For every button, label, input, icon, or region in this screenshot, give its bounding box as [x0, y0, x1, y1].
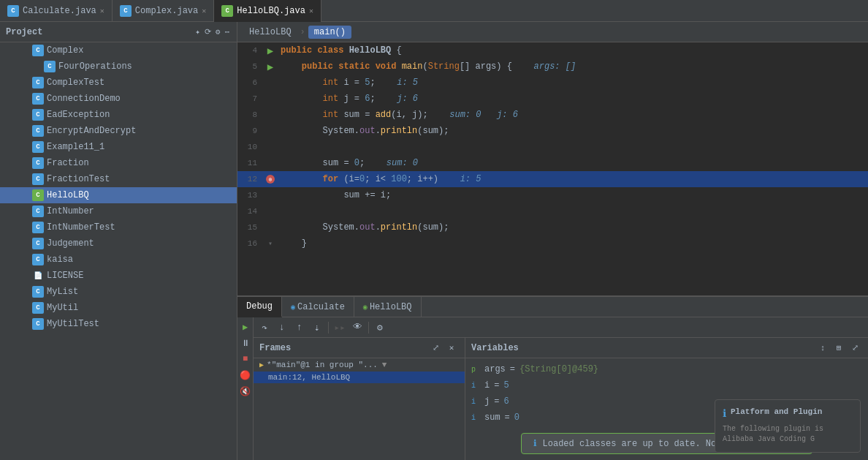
sidebar-label-kaisa: kaisa — [47, 254, 73, 265]
debug-tabs: Debug ◉ Calculate ◉ HelloLBQ — [237, 297, 868, 317]
step-over-button[interactable]: ↷ — [256, 320, 273, 336]
thread-row[interactable]: ▶ *"main"@1 in group "... ▼ — [254, 358, 465, 372]
breadcrumb-main[interactable]: main() — [308, 26, 351, 39]
tab-calculate-close[interactable]: ✕ — [100, 7, 104, 15]
breadcrumb-hellolbq[interactable]: HelloLBQ — [243, 26, 297, 39]
sidebar-icon-kaisa: C — [32, 254, 44, 265]
frames-controls: ⤢ ✕ — [428, 341, 459, 355]
sidebar-item-complextest[interactable]: C ComplexTest — [0, 75, 237, 91]
sidebar-item-intnumber[interactable]: C IntNumber — [0, 203, 237, 219]
step-out-button[interactable]: ↑ — [292, 320, 308, 336]
sidebar-label-complextest: ComplexTest — [47, 78, 104, 88]
line-num-11: 11 — [237, 159, 263, 167]
project-label: Project — [6, 27, 42, 37]
sidebar-item-mylist[interactable]: C MyList — [0, 284, 237, 300]
line-num-16: 16 — [237, 239, 263, 248]
code-line-16: 16 ▾ } — [237, 235, 868, 252]
sidebar-item-myutil[interactable]: C MyUtil — [0, 300, 237, 316]
evaluate-button[interactable]: ▸▸ — [332, 320, 348, 336]
line-gutter-5[interactable]: ▶ — [263, 61, 278, 73]
frames-close-button[interactable]: ✕ — [444, 341, 459, 355]
code-line-10: 10 — [237, 139, 868, 155]
watch-button[interactable]: 👁 — [349, 320, 365, 336]
breakpoint-dot-12[interactable]: ⊗ — [266, 175, 275, 184]
sidebar-item-intnumbertest[interactable]: C IntNumberTest — [0, 219, 237, 235]
var-name-i: i — [484, 380, 490, 391]
frames-header: Frames ⤢ ✕ — [254, 338, 465, 358]
sidebar-icon-intnumber: C — [32, 206, 44, 217]
plugin-header: ℹ Platform and Plugin — [723, 407, 853, 420]
project-settings-icon[interactable]: ⚙ — [214, 26, 222, 38]
sidebar-item-hellolbq[interactable]: C HelloLBQ — [0, 187, 237, 203]
pause-button[interactable]: ⏸ — [239, 336, 252, 350]
thread-dropdown-icon[interactable]: ▼ — [382, 361, 387, 369]
line-gutter-16[interactable]: ▾ — [263, 239, 278, 248]
tab-hellolbq[interactable]: C HelloLBQ.java ✕ — [214, 0, 321, 22]
sidebar-item-fouroperations[interactable]: C FourOperations — [0, 59, 237, 75]
line-gutter-12[interactable]: ⊗ — [263, 175, 278, 184]
tab-complex[interactable]: C Complex.java ✕ — [113, 0, 214, 22]
tab-calculate-label: Calculate.java — [23, 6, 96, 16]
debug-calculate-icon: ◉ — [291, 303, 295, 312]
sidebar-item-myutiltest[interactable]: C MyUtilTest — [0, 316, 237, 332]
project-add-icon[interactable]: ✦ — [194, 26, 202, 38]
debug-tab-main[interactable]: Debug — [237, 297, 282, 317]
sidebar-item-fraction[interactable]: C Fraction — [0, 155, 237, 171]
vars-filter-button[interactable]: ⊞ — [831, 341, 846, 355]
tab-complex-close[interactable]: ✕ — [202, 7, 206, 15]
code-line-6: 6 int i = 5; i: 5 — [237, 75, 868, 91]
sidebar-item-complex[interactable]: C Complex — [0, 42, 237, 59]
settings-debug-button[interactable]: ⚙ — [372, 320, 388, 336]
sidebar-label-eadexception: EadException — [47, 110, 110, 120]
sidebar-icon-judgement: C — [32, 238, 44, 249]
sidebar: Project ✦ ⟳ ⚙ ⋯ C Complex C FourOperatio… — [0, 22, 237, 460]
tab-hellolbq-close[interactable]: ✕ — [309, 7, 313, 15]
sidebar-item-eadexception[interactable]: C EadException — [0, 107, 237, 123]
sidebar-icon-complex: C — [32, 45, 44, 56]
sidebar-icon-intnumbertest: C — [32, 222, 44, 233]
sidebar-label-fractiontest: FractionTest — [47, 174, 110, 184]
run-to-cursor-button[interactable]: ⇣ — [309, 320, 325, 336]
sidebar-label-complex: Complex — [47, 45, 83, 56]
mute-button[interactable]: 🔇 — [239, 385, 252, 398]
sidebar-item-encryptanddecrypt[interactable]: C EncryptAndDecrypt — [0, 123, 237, 139]
sidebar-item-example11_1[interactable]: C Example11_1 — [0, 139, 237, 155]
frames-expand-button[interactable]: ⤢ — [428, 341, 443, 355]
vars-expand-button[interactable]: ⤢ — [848, 341, 862, 355]
plugin-popup: ℹ Platform and Plugin The following plug… — [715, 399, 861, 453]
var-row-i[interactable]: i i = 5 — [465, 377, 868, 393]
var-icon-j: i — [471, 398, 481, 406]
collapse-arrow-16[interactable]: ▾ — [268, 239, 273, 248]
resume-button[interactable]: ▶ — [239, 320, 252, 333]
code-line-7: 7 int j = 6; j: 6 — [237, 91, 868, 107]
vars-sort-button[interactable]: ↕ — [815, 341, 830, 355]
stop-button[interactable]: ■ — [239, 352, 252, 366]
view-breakpoints-button[interactable]: 🔴 — [239, 369, 252, 382]
line-num-10: 10 — [237, 143, 263, 151]
sidebar-icon-fouroperations: C — [44, 61, 56, 72]
step-into-button[interactable]: ↓ — [274, 320, 290, 336]
app-container: C Calculate.java ✕ C Complex.java ✕ C He… — [0, 0, 868, 460]
line-gutter-4[interactable]: ▶ — [263, 45, 278, 57]
thread-name: *"main"@1 in group "... — [267, 361, 378, 369]
var-equals-j: = — [494, 396, 499, 407]
frame-row[interactable]: main:12, HelloLBQ — [254, 372, 465, 383]
project-more-icon[interactable]: ⋯ — [223, 26, 231, 38]
sidebar-item-license[interactable]: 📄 LICENSE — [0, 268, 237, 284]
sidebar-item-connectiondemo[interactable]: C ConnectionDemo — [0, 91, 237, 107]
project-sync-icon[interactable]: ⟳ — [203, 26, 213, 38]
sidebar-item-kaisa[interactable]: C kaisa — [0, 252, 237, 268]
vars-controls: ↕ ⊞ ⤢ — [815, 341, 862, 355]
sidebar-label-license: LICENSE — [47, 271, 83, 281]
var-value-args: {String[0]@459} — [519, 364, 598, 374]
sidebar-item-fractiontest[interactable]: C FractionTest — [0, 171, 237, 187]
tab-calculate[interactable]: C Calculate.java ✕ — [0, 0, 113, 22]
debug-tab-calculate[interactable]: ◉ Calculate — [282, 297, 354, 317]
var-row-args[interactable]: p args = {String[0]@459} — [465, 361, 868, 377]
sidebar-label-judgement: Judgement — [47, 238, 94, 249]
code-editor[interactable]: 4 ▶ public class HelloLBQ { 5 ▶ public s… — [237, 42, 868, 295]
debug-tab-hellolbq[interactable]: ◉ HelloLBQ — [354, 297, 422, 317]
tab-complex-label: Complex.java — [135, 6, 198, 16]
sidebar-item-judgement[interactable]: C Judgement — [0, 235, 237, 252]
tab-hellolbq-icon: C — [221, 5, 233, 17]
